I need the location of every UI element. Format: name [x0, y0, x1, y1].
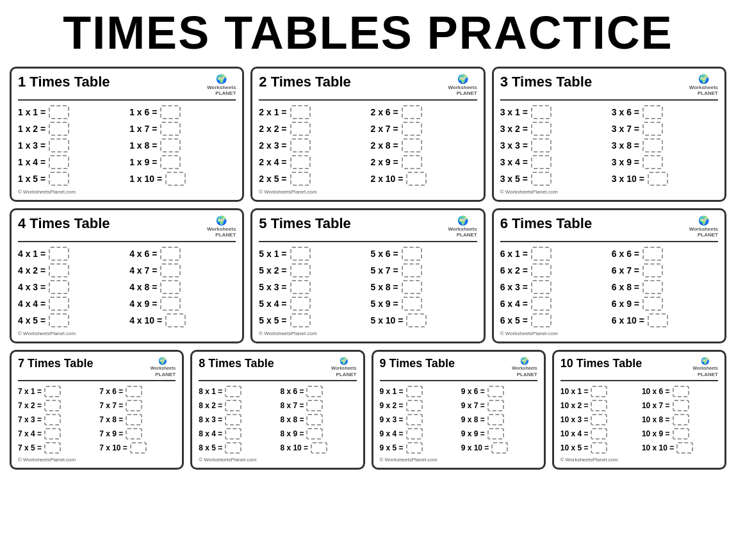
answer-box[interactable] [591, 400, 607, 411]
answer-box[interactable] [290, 313, 311, 327]
answer-box[interactable] [44, 442, 61, 454]
answer-box[interactable] [673, 428, 689, 440]
answer-box[interactable] [673, 386, 689, 397]
answer-box[interactable] [290, 263, 311, 277]
answer-box[interactable] [642, 155, 663, 169]
answer-box[interactable] [406, 414, 423, 425]
answer-box[interactable] [290, 297, 311, 311]
answer-box[interactable] [290, 172, 311, 186]
answer-box[interactable] [531, 138, 552, 152]
answer-box[interactable] [406, 386, 423, 397]
answer-box[interactable] [225, 386, 241, 397]
answer-box[interactable] [402, 247, 422, 261]
answer-box[interactable] [531, 155, 552, 169]
answer-box[interactable] [160, 155, 181, 169]
answer-box[interactable] [306, 428, 323, 440]
answer-box[interactable] [290, 105, 311, 119]
answer-box[interactable] [487, 386, 504, 397]
answer-box[interactable] [311, 442, 327, 454]
answer-box[interactable] [402, 297, 422, 311]
answer-box[interactable] [44, 414, 61, 425]
answer-box[interactable] [648, 313, 668, 327]
answer-box[interactable] [49, 313, 69, 327]
answer-box[interactable] [306, 414, 323, 425]
answer-box[interactable] [531, 247, 552, 261]
answer-box[interactable] [487, 400, 504, 411]
answer-box[interactable] [591, 414, 607, 425]
answer-box[interactable] [44, 400, 61, 411]
answer-box[interactable] [160, 247, 181, 261]
answer-box[interactable] [126, 428, 142, 440]
answer-box[interactable] [49, 172, 69, 186]
answer-box[interactable] [165, 172, 186, 186]
answer-box[interactable] [290, 138, 311, 152]
answer-box[interactable] [676, 442, 693, 454]
answer-box[interactable] [306, 386, 323, 397]
answer-box[interactable] [44, 386, 61, 397]
answer-box[interactable] [642, 263, 663, 277]
answer-box[interactable] [402, 155, 422, 169]
answer-box[interactable] [531, 313, 552, 327]
answer-box[interactable] [160, 122, 181, 136]
answer-box[interactable] [225, 428, 241, 440]
answer-box[interactable] [160, 138, 181, 152]
answer-box[interactable] [49, 297, 69, 311]
answer-box[interactable] [406, 400, 423, 411]
answer-box[interactable] [487, 414, 504, 425]
answer-box[interactable] [49, 155, 69, 169]
answer-box[interactable] [49, 105, 69, 119]
answer-box[interactable] [290, 247, 311, 261]
answer-box[interactable] [531, 280, 552, 294]
answer-box[interactable] [160, 105, 181, 119]
answer-box[interactable] [406, 172, 427, 186]
answer-box[interactable] [402, 105, 422, 119]
answer-box[interactable] [531, 297, 552, 311]
answer-box[interactable] [160, 263, 181, 277]
answer-box[interactable] [487, 428, 504, 440]
answer-box[interactable] [673, 414, 689, 425]
answer-box[interactable] [160, 280, 181, 294]
answer-box[interactable] [531, 122, 552, 136]
answer-box[interactable] [49, 138, 69, 152]
answer-box[interactable] [642, 280, 663, 294]
answer-box[interactable] [491, 442, 508, 454]
answer-box[interactable] [160, 297, 181, 311]
answer-box[interactable] [402, 263, 422, 277]
answer-box[interactable] [126, 414, 142, 425]
answer-box[interactable] [306, 400, 323, 411]
answer-box[interactable] [225, 442, 241, 454]
answer-box[interactable] [290, 280, 311, 294]
answer-box[interactable] [225, 400, 241, 411]
answer-box[interactable] [402, 138, 422, 152]
answer-box[interactable] [49, 247, 69, 261]
answer-box[interactable] [591, 386, 607, 397]
answer-box[interactable] [402, 280, 422, 294]
answer-box[interactable] [49, 122, 69, 136]
answer-box[interactable] [406, 428, 423, 440]
answer-box[interactable] [531, 105, 552, 119]
answer-box[interactable] [225, 414, 241, 425]
answer-box[interactable] [165, 313, 186, 327]
answer-box[interactable] [531, 263, 552, 277]
answer-box[interactable] [406, 442, 423, 454]
answer-box[interactable] [44, 428, 61, 440]
answer-box[interactable] [591, 428, 607, 440]
answer-box[interactable] [642, 122, 663, 136]
answer-box[interactable] [642, 297, 663, 311]
answer-box[interactable] [49, 280, 69, 294]
answer-box[interactable] [591, 442, 607, 454]
answer-box[interactable] [642, 247, 663, 261]
answer-box[interactable] [126, 386, 142, 397]
answer-box[interactable] [402, 122, 422, 136]
answer-box[interactable] [642, 138, 663, 152]
answer-box[interactable] [290, 155, 311, 169]
answer-box[interactable] [648, 172, 668, 186]
answer-box[interactable] [290, 122, 311, 136]
answer-box[interactable] [126, 400, 142, 411]
answer-box[interactable] [642, 105, 663, 119]
answer-box[interactable] [49, 263, 69, 277]
answer-box[interactable] [531, 172, 552, 186]
answer-box[interactable] [406, 313, 427, 327]
answer-box[interactable] [673, 400, 689, 411]
answer-box[interactable] [130, 442, 147, 454]
